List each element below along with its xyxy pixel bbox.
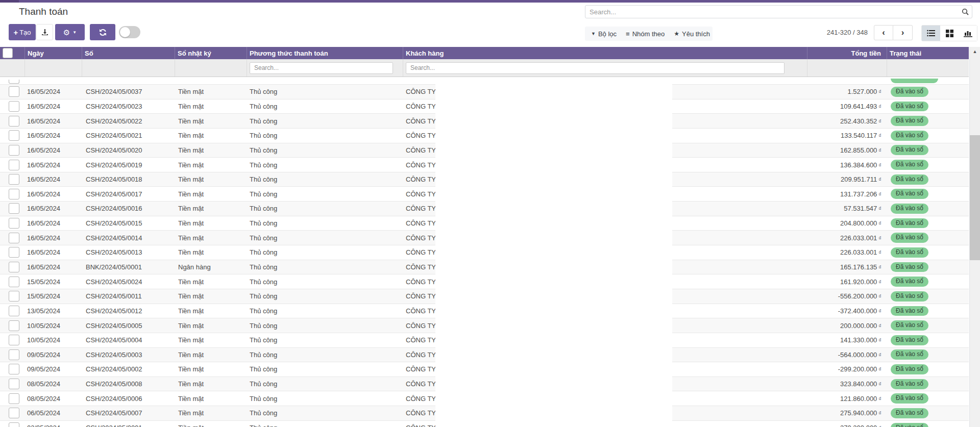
- row-checkbox[interactable]: [9, 379, 19, 389]
- create-button[interactable]: + Tạo: [9, 24, 36, 40]
- cell-journal: Tiền mặt: [175, 278, 247, 286]
- row-checkbox-cell: [0, 320, 25, 331]
- cell-number: CSH/2024/05/0013: [82, 248, 175, 256]
- column-header-number[interactable]: Số: [82, 47, 175, 59]
- customer-column-search-input[interactable]: [406, 62, 785, 74]
- search-input[interactable]: [585, 8, 959, 16]
- pager-next-button[interactable]: ›: [893, 25, 913, 40]
- row-checkbox[interactable]: [9, 101, 19, 112]
- group-by-menu[interactable]: ≡ Nhóm theo: [626, 30, 665, 38]
- row-checkbox[interactable]: [9, 306, 19, 316]
- actions-dropdown-button[interactable]: ⚙ ▼: [55, 24, 85, 40]
- cell-total: -270.200.000₫: [807, 424, 887, 427]
- cell-number: CSH/2024/05/0018: [82, 175, 175, 183]
- cell-date: 16/05/2024: [25, 117, 82, 125]
- row-checkbox[interactable]: [9, 364, 19, 374]
- cell-number: CSH/2024/05/0019: [82, 161, 175, 169]
- cell-total: 133.540.117₫: [807, 132, 887, 139]
- column-header-total[interactable]: Tổng tiền: [807, 47, 887, 59]
- column-header-date[interactable]: Ngày: [25, 47, 82, 59]
- row-checkbox[interactable]: [9, 291, 19, 302]
- currency-symbol: ₫: [878, 133, 881, 139]
- row-checkbox[interactable]: [9, 233, 19, 243]
- row-checkbox-cell: [0, 335, 25, 345]
- row-checkbox[interactable]: [9, 408, 19, 418]
- cell-total: -556.200.000₫: [807, 292, 887, 300]
- graph-view-button[interactable]: [959, 26, 977, 41]
- column-header-journal[interactable]: Sổ nhật ký: [175, 47, 247, 59]
- cell-date: 08/05/2024: [25, 380, 82, 388]
- currency-symbol: ₫: [878, 191, 881, 197]
- cell-number: CSH/2024/05/0006: [82, 395, 175, 403]
- cell-status: Đã vào sổ: [887, 306, 969, 316]
- row-checkbox[interactable]: [9, 393, 19, 404]
- row-checkbox-cell: [0, 160, 25, 170]
- row-checkbox[interactable]: [9, 86, 19, 97]
- row-checkbox[interactable]: [9, 218, 19, 229]
- row-checkbox-cell: [0, 189, 25, 199]
- cell-status: Đã vào sổ: [887, 87, 969, 97]
- row-checkbox[interactable]: [9, 116, 19, 127]
- column-header-status[interactable]: Trạng thái: [887, 47, 969, 59]
- page-title: Thanh toán: [19, 6, 68, 17]
- cell-number: CSH/2024/05/0014: [82, 234, 175, 242]
- cell-date: 16/05/2024: [25, 190, 82, 198]
- row-checkbox[interactable]: [9, 320, 19, 331]
- kanban-view-button[interactable]: [940, 26, 959, 41]
- refresh-button[interactable]: [90, 24, 115, 40]
- create-button-label: Tạo: [19, 29, 31, 36]
- row-checkbox[interactable]: [9, 80, 19, 84]
- cell-status: Đã vào sổ: [887, 364, 969, 374]
- cell-number: CSH/2024/05/0024: [82, 278, 175, 286]
- cell-journal: Tiền mặt: [175, 380, 247, 388]
- row-checkbox[interactable]: [9, 160, 19, 170]
- row-checkbox-cell: [0, 116, 25, 127]
- status-badge: Đã vào sổ: [891, 306, 928, 316]
- kanban-view-icon: [946, 30, 953, 37]
- favorites-menu[interactable]: ★ Yêu thích: [674, 30, 710, 38]
- row-checkbox[interactable]: [9, 277, 19, 287]
- cell-journal: Tiền mặt: [175, 351, 247, 359]
- list-toggle-switch[interactable]: [119, 26, 140, 38]
- row-checkbox[interactable]: [9, 349, 19, 360]
- column-header-method[interactable]: Phương thức thanh toán: [247, 47, 403, 59]
- row-checkbox[interactable]: [9, 174, 19, 185]
- row-checkbox[interactable]: [9, 130, 19, 141]
- cell-total: 165.176.135₫: [807, 263, 887, 271]
- row-checkbox-cell: [0, 247, 25, 258]
- row-checkbox[interactable]: [9, 262, 19, 272]
- currency-symbol: ₫: [878, 89, 881, 95]
- row-checkbox[interactable]: [9, 422, 19, 427]
- status-badge: Đã vào sổ: [891, 262, 928, 272]
- list-view-button[interactable]: [922, 26, 940, 41]
- row-checkbox-cell: [0, 306, 25, 316]
- filters-menu[interactable]: ▼ Bộ lọc: [591, 30, 617, 38]
- export-button[interactable]: [36, 24, 53, 40]
- cell-payment-method: Thủ công: [247, 88, 403, 95]
- vertical-scrollbar[interactable]: ▲: [969, 47, 980, 427]
- row-checkbox[interactable]: [9, 189, 19, 199]
- pager-previous-button[interactable]: ‹: [874, 25, 893, 40]
- row-checkbox[interactable]: [9, 247, 19, 258]
- row-checkbox[interactable]: [9, 203, 19, 214]
- cell-status: Đã vào sổ: [887, 423, 969, 427]
- row-checkbox[interactable]: [9, 335, 19, 345]
- row-checkbox-cell: [0, 218, 25, 229]
- currency-symbol: ₫: [878, 410, 881, 416]
- search-icon[interactable]: [959, 8, 972, 15]
- cell-payment-method: Thủ công: [247, 117, 403, 125]
- method-column-search-input[interactable]: [250, 62, 393, 74]
- currency-symbol: ₫: [878, 381, 881, 387]
- scrollbar-thumb[interactable]: [970, 135, 980, 260]
- cell-date: 16/05/2024: [25, 161, 82, 169]
- scrollbar-up-icon[interactable]: ▲: [970, 49, 980, 54]
- cell-number: CSH/2024/05/0037: [82, 88, 175, 95]
- row-checkbox[interactable]: [9, 145, 19, 156]
- select-all-checkbox[interactable]: [3, 48, 13, 58]
- currency-symbol: ₫: [878, 206, 881, 212]
- column-header-customer[interactable]: Khách hàng: [403, 47, 807, 59]
- currency-symbol: ₫: [878, 396, 881, 402]
- status-badge: Đã vào sổ: [891, 116, 928, 126]
- cell-payment-method: Thủ công: [247, 234, 403, 242]
- row-checkbox-cell: [0, 393, 25, 404]
